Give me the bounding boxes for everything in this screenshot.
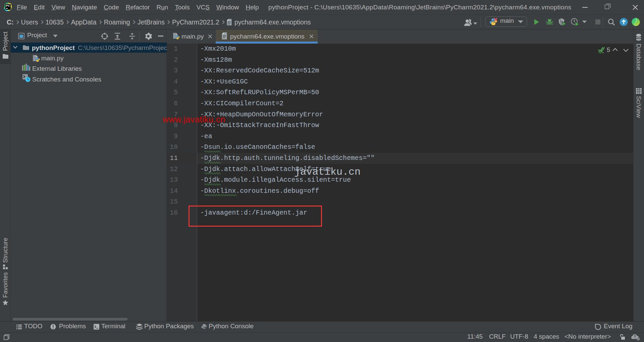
- svg-text:PC: PC: [6, 4, 10, 7]
- svg-text:?: ?: [634, 335, 636, 339]
- svg-text:5: 5: [607, 47, 610, 53]
